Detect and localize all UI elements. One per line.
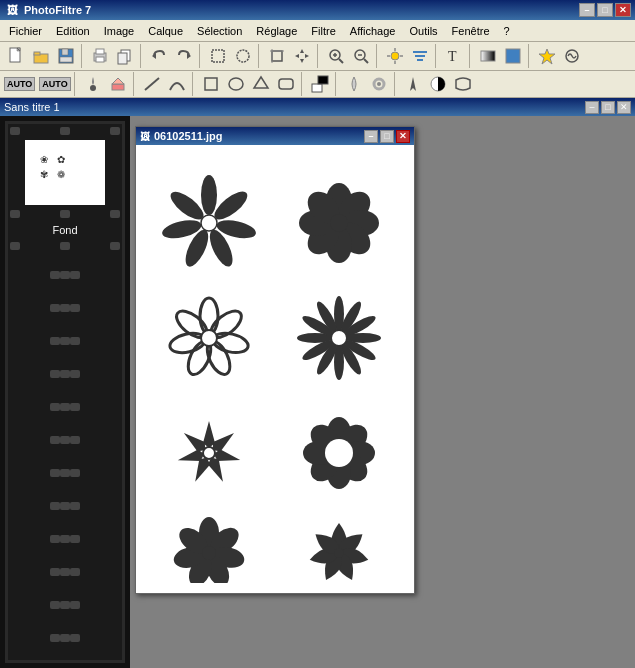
contrast-btn[interactable] xyxy=(426,72,450,96)
brush-size-btn[interactable] xyxy=(81,72,105,96)
ph xyxy=(50,535,60,543)
svg-marker-45 xyxy=(112,78,124,84)
effects-button2[interactable] xyxy=(560,44,584,68)
perf-row-top xyxy=(8,127,122,135)
svg-point-15 xyxy=(237,50,249,62)
perf-row xyxy=(48,535,82,543)
gradient-button[interactable] xyxy=(476,44,500,68)
eraser-btn[interactable] xyxy=(106,72,130,96)
image-close[interactable]: ✕ xyxy=(396,130,410,143)
opacity-btn[interactable] xyxy=(342,72,366,96)
menu-fenetre[interactable]: Fenêtre xyxy=(445,22,497,40)
perf-row xyxy=(48,634,82,642)
move-button[interactable] xyxy=(290,44,314,68)
line-btn[interactable] xyxy=(140,72,164,96)
svg-marker-49 xyxy=(254,77,268,88)
layer-label: Fond xyxy=(52,221,77,239)
ph xyxy=(50,436,60,444)
perf-hole xyxy=(60,242,70,250)
image-maximize[interactable]: □ xyxy=(380,130,394,143)
close-button[interactable]: ✕ xyxy=(615,3,631,17)
main-canvas-area: 🖼 06102511.jpg – □ ✕ xyxy=(130,116,635,668)
crop-button[interactable] xyxy=(265,44,289,68)
undo-button[interactable] xyxy=(147,44,171,68)
curve-btn[interactable] xyxy=(165,72,189,96)
polygon-btn[interactable] xyxy=(249,72,273,96)
image-canvas[interactable] xyxy=(136,145,414,593)
minimize-button[interactable]: – xyxy=(579,3,595,17)
redo-button[interactable] xyxy=(172,44,196,68)
perf-row-mid1 xyxy=(8,210,122,218)
sep-r2-6 xyxy=(394,72,398,96)
sans-titre-maximize[interactable]: □ xyxy=(601,101,615,114)
ph xyxy=(70,535,80,543)
layer-thumbnail[interactable]: ❀ ✿ ✾ ❁ xyxy=(25,140,105,205)
title-bar-controls: – □ ✕ xyxy=(579,3,631,17)
filter-button[interactable] xyxy=(408,44,432,68)
menu-affichage[interactable]: Affichage xyxy=(343,22,403,40)
svg-rect-11 xyxy=(118,53,127,64)
sans-titre-close[interactable]: ✕ xyxy=(617,101,631,114)
menu-calque[interactable]: Calque xyxy=(141,22,190,40)
rect-btn[interactable] xyxy=(199,72,223,96)
save-button[interactable] xyxy=(54,44,78,68)
color-fill-button[interactable] xyxy=(501,44,525,68)
menu-fichier[interactable]: Fichier xyxy=(2,22,49,40)
brightness-button[interactable] xyxy=(383,44,407,68)
sep-r2-3 xyxy=(192,72,196,96)
menu-outils[interactable]: Outils xyxy=(402,22,444,40)
svg-rect-37 xyxy=(417,59,423,61)
ph xyxy=(70,370,80,378)
sep-9 xyxy=(528,44,532,68)
svg-point-30 xyxy=(391,52,399,60)
blur-btn[interactable] xyxy=(367,72,391,96)
ph xyxy=(60,535,70,543)
deform-btn[interactable] xyxy=(451,72,475,96)
ellipse-btn[interactable] xyxy=(224,72,248,96)
ph xyxy=(60,436,70,444)
rounded-rect-btn[interactable] xyxy=(274,72,298,96)
menu-help[interactable]: ? xyxy=(497,22,517,40)
svg-rect-35 xyxy=(413,51,427,53)
sans-titre-title: Sans titre 1 xyxy=(4,101,60,113)
svg-rect-47 xyxy=(205,78,217,90)
menu-reglage[interactable]: Réglage xyxy=(249,22,304,40)
sharpen-btn[interactable] xyxy=(401,72,425,96)
ph xyxy=(60,271,70,279)
print-button[interactable] xyxy=(88,44,112,68)
open-button[interactable] xyxy=(29,44,53,68)
text-button[interactable]: T xyxy=(442,44,466,68)
svg-line-46 xyxy=(145,78,159,90)
perf-row xyxy=(48,436,82,444)
fg-color-btn[interactable] xyxy=(308,72,332,96)
zoom-out-button[interactable] xyxy=(349,44,373,68)
perf-hole xyxy=(10,242,20,250)
select-ellipse-button[interactable] xyxy=(231,44,255,68)
copy-button[interactable] xyxy=(113,44,137,68)
sep-8 xyxy=(469,44,473,68)
perf-row xyxy=(48,502,82,510)
maximize-button[interactable]: □ xyxy=(597,3,613,17)
menu-image[interactable]: Image xyxy=(97,22,142,40)
toolbar-row-1: T xyxy=(0,42,635,70)
new-button[interactable] xyxy=(4,44,28,68)
ph xyxy=(60,601,70,609)
svg-rect-44 xyxy=(112,84,124,90)
select-rect-button[interactable] xyxy=(206,44,230,68)
menu-filtre[interactable]: Filtre xyxy=(304,22,342,40)
menu-edition[interactable]: Edition xyxy=(49,22,97,40)
ph xyxy=(60,469,70,477)
image-minimize[interactable]: – xyxy=(364,130,378,143)
menu-bar: Fichier Edition Image Calque Sélection R… xyxy=(0,20,635,42)
effects-button1[interactable] xyxy=(535,44,559,68)
sep-2 xyxy=(140,44,144,68)
svg-rect-16 xyxy=(272,51,282,61)
zoom-in-button[interactable] xyxy=(324,44,348,68)
svg-point-124 xyxy=(334,548,344,558)
perf-row xyxy=(48,337,82,345)
sans-titre-minimize[interactable]: – xyxy=(585,101,599,114)
svg-point-61 xyxy=(201,175,217,215)
svg-rect-50 xyxy=(279,79,293,89)
svg-rect-36 xyxy=(415,55,425,57)
menu-selection[interactable]: Sélection xyxy=(190,22,249,40)
